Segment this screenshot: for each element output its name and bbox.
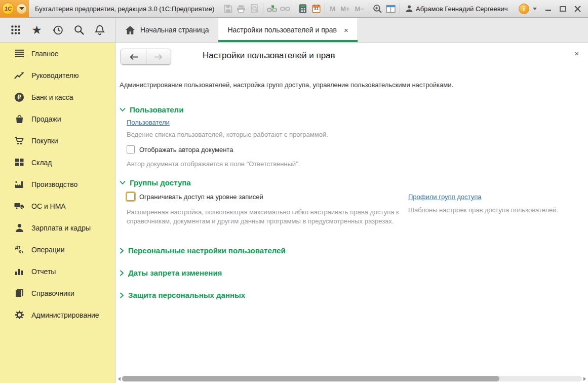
print-icon[interactable] xyxy=(234,2,248,15)
chevron-right-icon xyxy=(120,292,124,298)
sidebar-item-reports[interactable]: Отчеты xyxy=(0,260,115,282)
calculator-icon[interactable] xyxy=(296,2,309,15)
window-controls: i xyxy=(519,3,588,14)
restrict-access-checkbox[interactable] xyxy=(127,193,135,201)
go-to-link-icon[interactable] xyxy=(265,2,279,15)
section-deny-dates-header[interactable]: Даты запрета изменения xyxy=(120,269,222,277)
tab-user-rights-settings[interactable]: Настройки пользователей и прав × xyxy=(218,18,358,42)
checkbox-label: Отображать автора документа xyxy=(139,146,233,154)
sidebar-item-operations[interactable]: ДтКт Операции xyxy=(0,239,115,260)
show-document-author-row: Отображать автора документа xyxy=(127,145,233,154)
chevron-right-icon xyxy=(120,270,124,276)
history-icon[interactable] xyxy=(51,23,65,37)
restrict-access-description: Расширенная настройка, позволяющая макси… xyxy=(127,208,411,226)
info-button[interactable]: i xyxy=(519,4,529,14)
tab-home[interactable]: Начальная страница xyxy=(116,18,218,42)
calendar-icon[interactable]: 31 xyxy=(309,2,323,15)
sidebar-item-manager[interactable]: Руководителю xyxy=(0,64,115,86)
profiles-description: Шаблоны настроек прав доступа пользовате… xyxy=(408,206,558,215)
tab-label: Начальная страница xyxy=(140,26,209,34)
menu-lines-icon xyxy=(14,48,25,59)
toolbar-separator xyxy=(263,3,263,14)
home-icon xyxy=(125,25,135,35)
chevron-right-icon xyxy=(120,248,124,254)
form-user-rights-settings: Настройки пользователей и прав × Админис… xyxy=(115,43,588,383)
logo-text: 1С xyxy=(5,6,12,12)
factory-icon xyxy=(14,179,25,190)
favorites-star-icon[interactable]: ★ xyxy=(30,23,44,37)
sidebar-item-main[interactable]: Главное xyxy=(0,43,115,64)
sidebar-item-sales[interactable]: Продажи xyxy=(0,108,115,130)
sections-menu-icon[interactable] xyxy=(9,23,23,37)
minimize-button[interactable] xyxy=(542,3,554,14)
chevron-down-icon xyxy=(120,107,126,112)
calendar-day-text: 31 xyxy=(309,6,323,11)
ruble-circle-icon: ₽ xyxy=(14,92,25,103)
system-menu-area: 1С xyxy=(0,0,29,17)
restrict-access-row: Ограничивать доступ на уровне записей xyxy=(127,193,263,201)
close-window-button[interactable] xyxy=(572,3,583,14)
save-icon[interactable] xyxy=(221,2,234,15)
zoom-in-icon[interactable] xyxy=(371,2,384,15)
print-preview-icon[interactable] xyxy=(248,2,261,15)
shopping-cart-icon xyxy=(14,135,25,146)
user-name-text: Абрамов Геннадий Сергеевич xyxy=(416,5,508,13)
sidebar-item-bank-cash[interactable]: ₽ Банк и касса xyxy=(0,86,115,108)
scroll-right-icon[interactable] xyxy=(582,376,587,381)
close-form-icon[interactable]: × xyxy=(574,49,579,58)
sidebar-item-directories[interactable]: Справочники xyxy=(0,282,115,304)
section-personal-data-protection-header[interactable]: Защита персональных данных xyxy=(120,291,245,299)
horizontal-scrollbar[interactable] xyxy=(116,375,587,382)
search-icon[interactable] xyxy=(72,23,86,37)
users-link-description: Ведение списка пользователей, которые ра… xyxy=(127,130,328,139)
split-window-icon[interactable] xyxy=(384,2,398,15)
author-checkbox-description: Автор документа отображается в поле "Отв… xyxy=(127,160,300,169)
main-menu-button[interactable] xyxy=(16,4,27,14)
window-title: Бухгалтерия предприятия, редакция 3.0 (1… xyxy=(35,5,214,13)
history-nav xyxy=(121,49,171,65)
notifications-bell-icon[interactable] xyxy=(93,23,107,37)
get-link-icon[interactable] xyxy=(279,2,292,15)
section-users-header[interactable]: Пользователи xyxy=(120,105,183,114)
memory-minus-button[interactable]: M− xyxy=(352,5,367,13)
users-link[interactable]: Пользователи xyxy=(127,119,170,126)
sidebar-item-payroll-hr[interactable]: Зарплата и кадры xyxy=(0,217,115,239)
forward-button[interactable] xyxy=(146,49,171,64)
shopping-bag-icon xyxy=(14,113,25,125)
chevron-down-icon xyxy=(120,180,126,185)
books-icon xyxy=(14,288,25,299)
tab-close-icon[interactable]: × xyxy=(344,26,348,34)
sidebar-item-production[interactable]: Производство xyxy=(0,173,115,195)
page-title: Настройки пользователей и прав xyxy=(203,51,335,61)
tools-panel: ★ xyxy=(0,18,116,42)
back-button[interactable] xyxy=(121,49,146,64)
truck-icon xyxy=(14,201,25,212)
toolbar-separator xyxy=(294,3,294,14)
sections-sidebar: Главное Руководителю ₽ Банк и касса Прод… xyxy=(0,43,115,383)
scrollbar-thumb[interactable] xyxy=(122,376,499,381)
user-icon xyxy=(405,5,413,13)
page-subtitle: Администрирование пользователей, настрой… xyxy=(120,81,453,89)
sidebar-item-administration[interactable]: Администрирование xyxy=(0,304,115,326)
memory-recall-button[interactable]: M xyxy=(327,5,338,13)
1c-logo-icon[interactable]: 1С xyxy=(2,3,14,15)
section-personal-settings-header[interactable]: Персональные настройки пользователей xyxy=(120,246,286,255)
scrollbar-track[interactable] xyxy=(122,376,582,381)
sidebar-item-purchases[interactable]: Покупки xyxy=(0,130,115,151)
maximize-button[interactable] xyxy=(557,3,568,14)
debit-credit-icon: ДтКт xyxy=(14,244,25,255)
section-access-groups-header[interactable]: Группы доступа xyxy=(120,178,191,187)
scroll-left-icon[interactable] xyxy=(116,376,122,381)
info-glyph: i xyxy=(523,5,525,13)
info-menu-chevron-icon[interactable] xyxy=(533,8,537,10)
sidebar-item-fixed-assets[interactable]: ОС и НМА xyxy=(0,195,115,217)
sidebar-item-warehouse[interactable]: Склад xyxy=(0,151,115,173)
gear-icon xyxy=(14,310,25,321)
title-bar: 1С Бухгалтерия предприятия, редакция 3.0… xyxy=(0,0,588,18)
access-group-profiles-link[interactable]: Профили групп доступа xyxy=(408,193,481,201)
current-user[interactable]: Абрамов Геннадий Сергеевич xyxy=(405,5,508,13)
memory-plus-button[interactable]: M+ xyxy=(338,5,352,13)
show-document-author-checkbox[interactable] xyxy=(127,145,135,154)
toolbar-separator xyxy=(400,3,400,14)
boxes-grid-icon xyxy=(14,157,25,168)
